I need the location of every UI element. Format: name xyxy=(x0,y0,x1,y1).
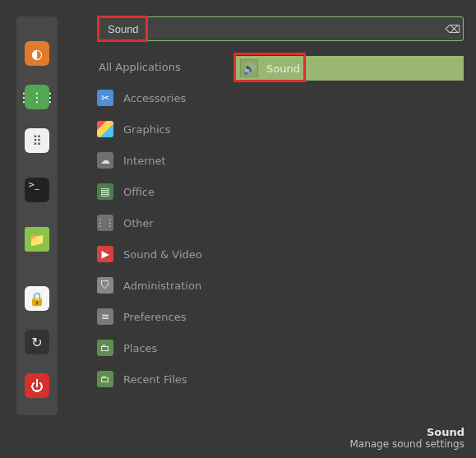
office-icon: ▤ xyxy=(97,183,113,200)
category-label: All Applications xyxy=(97,61,181,73)
sound-icon: 🔊 xyxy=(240,59,258,77)
terminal-icon: >_ xyxy=(28,180,39,189)
category-label: Office xyxy=(123,186,155,198)
category-graphics[interactable]: Graphics xyxy=(97,120,235,138)
result-sound[interactable]: 🔊 Sound xyxy=(235,56,464,81)
apps-icon: ⋮⋮⋮ xyxy=(17,90,57,105)
folder-icon: 📁 xyxy=(29,232,45,248)
power-icon: ⏻ xyxy=(30,378,44,394)
grid-icon: ⋮⋮ xyxy=(97,215,113,231)
tooltip-desc: Manage sound settings xyxy=(349,438,464,450)
category-administration[interactable]: ⛉ Administration xyxy=(97,276,235,294)
search-input[interactable] xyxy=(97,16,464,41)
category-places[interactable]: 🗀 Places xyxy=(97,339,235,357)
tooltip: Sound Manage sound settings xyxy=(349,426,464,450)
refresh-icon: ↻ xyxy=(31,335,42,350)
launcher-apps[interactable]: ⋮⋮⋮ xyxy=(25,85,49,109)
app-menu: ⌫ All Applications ✂ Accessories Graphic… xyxy=(97,16,467,388)
launcher-terminal[interactable]: >_ xyxy=(25,178,49,202)
category-list: All Applications ✂ Accessories Graphics … xyxy=(97,58,235,388)
launcher-firefox[interactable]: ◐ xyxy=(25,41,49,66)
category-label: Administration xyxy=(123,280,201,292)
category-recent-files[interactable]: 🗀 Recent Files xyxy=(97,370,235,388)
switches-icon: ⠿ xyxy=(32,133,42,149)
category-label: Preferences xyxy=(123,311,186,323)
launcher-rail: ◐ ⋮⋮⋮ ⠿ >_ 📁 🔒 ↻ ⏻ xyxy=(16,16,58,415)
category-label: Other xyxy=(123,217,154,229)
category-label: Places xyxy=(123,342,157,354)
category-other[interactable]: ⋮⋮ Other xyxy=(97,214,235,232)
folder-icon: 🗀 xyxy=(97,371,113,387)
launcher-power[interactable]: ⏻ xyxy=(25,373,49,398)
category-label: Graphics xyxy=(123,123,170,136)
category-sound-video[interactable]: ▶ Sound & Video xyxy=(97,245,235,263)
firefox-icon: ◐ xyxy=(31,46,43,62)
shield-icon: ⛉ xyxy=(97,277,113,294)
cloud-icon: ☁ xyxy=(97,152,113,169)
clear-search-icon[interactable]: ⌫ xyxy=(446,21,460,36)
category-label: Sound & Video xyxy=(123,248,202,261)
category-label: Recent Files xyxy=(123,373,187,386)
category-accessories[interactable]: ✂ Accessories xyxy=(97,89,235,107)
lock-icon: 🔒 xyxy=(29,291,45,307)
palette-icon xyxy=(97,121,113,137)
play-icon: ▶ xyxy=(97,246,113,262)
tooltip-title: Sound xyxy=(349,426,464,438)
launcher-files[interactable]: 📁 xyxy=(25,227,49,252)
category-label: Accessories xyxy=(123,92,186,104)
preferences-icon: ≡ xyxy=(97,308,113,325)
category-all-applications[interactable]: All Applications xyxy=(97,58,235,76)
folder-icon: 🗀 xyxy=(97,340,113,356)
category-internet[interactable]: ☁ Internet xyxy=(97,151,235,169)
launcher-lock[interactable]: 🔒 xyxy=(25,286,49,311)
launcher-refresh[interactable]: ↻ xyxy=(25,330,49,354)
category-office[interactable]: ▤ Office xyxy=(97,183,235,201)
result-label: Sound xyxy=(266,62,300,75)
category-label: Internet xyxy=(123,155,166,167)
results-list: 🔊 Sound xyxy=(235,58,467,388)
launcher-settings[interactable]: ⠿ xyxy=(25,128,49,153)
category-preferences[interactable]: ≡ Preferences xyxy=(97,308,235,326)
scissors-icon: ✂ xyxy=(97,90,113,106)
